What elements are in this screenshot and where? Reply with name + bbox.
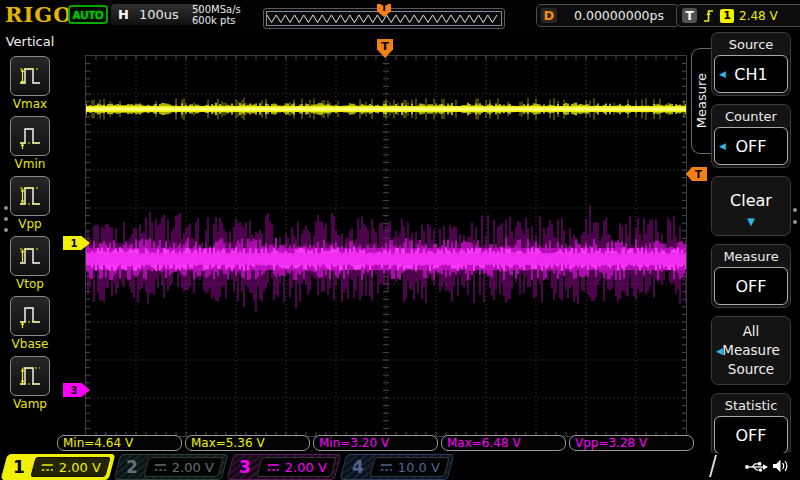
channel-scale: 2.00 V	[172, 460, 214, 475]
usb-icon	[744, 459, 768, 474]
channel-status-bar: 1 2.00 V 2 2.00 V	[0, 453, 800, 480]
menu-item-value: OFF	[736, 426, 767, 445]
dc-coupling-icon	[154, 463, 167, 472]
trigger-status-auto[interactable]: AUTO	[68, 5, 108, 24]
channel-number: 3	[231, 455, 259, 479]
trigger-position-label: T	[381, 40, 389, 53]
measurement-text: Min=4.64 V	[63, 436, 133, 450]
rising-edge-icon	[702, 8, 715, 23]
vmin-icon	[10, 116, 50, 156]
trigger-level-value: 2.48 V	[739, 9, 778, 23]
channel-number: 4	[344, 455, 372, 479]
vamp-icon	[10, 356, 50, 396]
preview-trigger-letter: T	[381, 4, 387, 13]
menu-item-label: Source	[714, 35, 788, 55]
sidebar-item-vtop[interactable]: Vtop	[10, 236, 50, 291]
menu-item-counter[interactable]: Counter ◀ OFF	[711, 104, 791, 168]
left-arrow-icon: ◀	[716, 341, 723, 360]
sidebar-item-vamp[interactable]: Vamp	[10, 356, 50, 411]
menu-item-measure-all[interactable]: Measure All OFF	[711, 244, 791, 308]
sidebar-title: Vertical	[6, 34, 55, 49]
horizontal-timebase-button[interactable]: H 100us	[111, 4, 201, 25]
sidebar-item-label: Vamp	[13, 397, 47, 411]
sidebar-item-vmin[interactable]: Vmin	[10, 116, 50, 171]
sidebar-item-label: Vtop	[16, 277, 44, 291]
menu-item-label: All Measure	[714, 322, 788, 360]
menu-item-label: Clear	[714, 179, 788, 215]
measurement-readout: Max=6.48 V	[441, 435, 566, 451]
measurement-results-bar: Min=4.64 V Max=5.36 V Min=3.20 V Max=6.4…	[57, 435, 694, 451]
measure-menu-panel: Source ◀ CH1 Counter ◀ OFF Clear ▼ Measu…	[711, 32, 791, 457]
channel-scale-box: 2.00 V	[143, 457, 223, 477]
oscilloscope-screen: RIGOL AUTO H 100us 500MSa/s 600k pts T D…	[0, 0, 800, 480]
channel-4-badge[interactable]: 4 10.0 V	[340, 454, 455, 480]
channel-scale-box: 2.00 V	[30, 457, 110, 477]
left-arrow-icon: ◀	[719, 141, 726, 151]
delay-readout[interactable]: D 0.00000000ps	[536, 4, 680, 27]
measurement-readout: Min=3.20 V	[313, 435, 438, 451]
channel-scale: 10.0 V	[398, 460, 440, 475]
menu-item-value: OFF	[736, 137, 767, 156]
dc-coupling-icon	[267, 463, 280, 472]
ch3-marker-label: 3	[71, 385, 78, 396]
measure-menu-tab-label: Measure	[694, 73, 709, 128]
channel-scale-box: 10.0 V	[369, 457, 449, 477]
menu-item-clear[interactable]: Clear ▼	[711, 176, 791, 236]
delay-value: 0.00000000ps	[563, 8, 675, 23]
measurement-text: Vpp=3.28 V	[575, 436, 647, 450]
channel-number: 1	[5, 455, 33, 479]
menu-item-value: CH1	[734, 65, 767, 84]
sample-rate: 500MSa/s	[192, 4, 241, 15]
measurement-text: Max=5.36 V	[191, 436, 265, 450]
menu-item-label: Statistic	[714, 396, 788, 416]
measurement-text: Max=6.48 V	[447, 436, 521, 450]
down-arrow-icon: ▼	[714, 215, 788, 233]
measurement-readout: Min=4.64 V	[57, 435, 182, 451]
left-arrow-icon: ◀	[719, 69, 726, 79]
ch1-marker-label: 1	[71, 238, 78, 249]
sidebar-item-vbase[interactable]: Vbase	[10, 296, 50, 351]
menu-item-label: Counter	[714, 107, 788, 127]
menu-item-source[interactable]: Source ◀ CH1	[711, 32, 791, 96]
channel-number: 2	[118, 455, 146, 479]
menu-item-statistic[interactable]: Statistic OFF	[711, 393, 791, 457]
acquisition-info: 500MSa/s 600k pts	[192, 4, 241, 26]
tray-divider	[709, 455, 727, 477]
vtop-icon	[10, 236, 50, 276]
channel-scale: 2.00 V	[59, 460, 101, 475]
channel-scale: 2.00 V	[285, 460, 327, 475]
menu-item-value-box: OFF	[714, 416, 788, 454]
channel-2-badge[interactable]: 2 2.00 V	[114, 454, 229, 480]
graticule	[85, 55, 687, 437]
display-area: 1 3 T T	[60, 30, 700, 445]
speaker-icon	[772, 458, 789, 474]
sidebar-item-label: Vpp	[18, 217, 41, 231]
dc-coupling-icon	[41, 463, 54, 472]
menu-item-all-measure-source[interactable]: ◀ All Measure Source	[711, 316, 791, 385]
vbase-icon	[10, 296, 50, 336]
trigger-readout[interactable]: T 1 2.48 V	[676, 4, 800, 27]
timebase-value: 100us	[139, 7, 179, 22]
sidebar-item-vpp[interactable]: Vpp	[10, 176, 50, 231]
sidebar-item-vmax[interactable]: Vmax	[10, 56, 50, 111]
trigger-source-badge: 1	[720, 9, 734, 23]
sidebar-item-label: Vbase	[12, 337, 49, 351]
trigger-label: T	[682, 8, 697, 23]
menu-item-value: Source	[714, 360, 788, 379]
dc-coupling-icon	[380, 463, 393, 472]
menu-item-value-box: OFF	[714, 267, 788, 305]
horizontal-label: H	[118, 7, 129, 22]
menu-item-value: OFF	[736, 277, 767, 296]
delay-icon: D	[541, 8, 557, 23]
channel-1-badge[interactable]: 1 2.00 V	[1, 454, 116, 480]
menu-item-label: Measure All	[714, 247, 788, 267]
measurement-readout: Vpp=3.28 V	[569, 435, 694, 451]
vpp-icon	[10, 176, 50, 216]
channel-3-badge[interactable]: 3 2.00 V	[227, 454, 342, 480]
waveform-plot	[86, 56, 686, 436]
sidebar-item-label: Vmax	[13, 97, 47, 111]
measurement-text: Min=3.20 V	[319, 436, 389, 450]
menu-item-value-box: ◀ OFF	[714, 127, 788, 165]
menu-item-value-box: ◀ CH1	[714, 55, 788, 93]
channel-scale-box: 2.00 V	[256, 457, 336, 477]
